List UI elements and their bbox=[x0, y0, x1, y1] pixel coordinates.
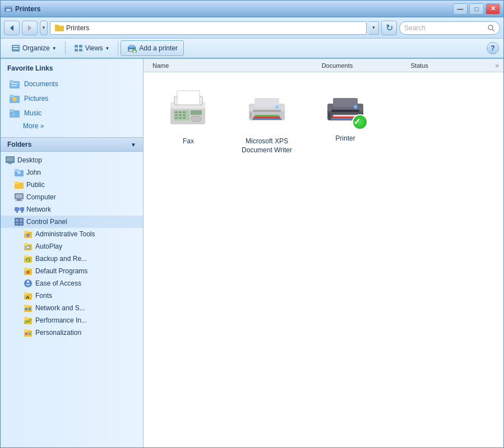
forward-button[interactable] bbox=[22, 21, 38, 35]
col-header-name[interactable]: Name bbox=[148, 62, 317, 69]
access-icon bbox=[23, 278, 33, 288]
col-header-status[interactable]: Status bbox=[406, 62, 495, 69]
dropdown-nav-button[interactable]: ▼ bbox=[40, 21, 48, 35]
add-printer-button[interactable]: Add a printer bbox=[121, 40, 184, 56]
tree-item-personalization[interactable]: Personalization bbox=[1, 326, 143, 339]
svg-rect-12 bbox=[75, 45, 78, 48]
svg-rect-6 bbox=[55, 25, 59, 27]
svg-rect-43 bbox=[15, 200, 23, 201]
svg-rect-25 bbox=[11, 85, 17, 86]
svg-rect-13 bbox=[79, 45, 82, 48]
main-window: Printers — □ ✕ ▼ Printers ▼ ↻ bbox=[0, 0, 504, 448]
svg-rect-10 bbox=[13, 46, 19, 47]
tree-item-autoplay[interactable]: AutoPlay bbox=[1, 240, 143, 253]
favorite-item-pictures[interactable]: Pictures bbox=[7, 91, 136, 106]
svg-rect-65 bbox=[24, 268, 28, 270]
svg-rect-48 bbox=[21, 211, 23, 213]
networksettings-label: Network and S... bbox=[35, 304, 85, 312]
tree-item-computer[interactable]: Computer bbox=[1, 191, 143, 203]
svg-rect-91 bbox=[175, 114, 178, 116]
docs-icon bbox=[10, 78, 21, 90]
tree-item-defaultprog[interactable]: Default Programs bbox=[1, 265, 143, 277]
refresh-button[interactable]: ↻ bbox=[381, 21, 397, 35]
svg-rect-23 bbox=[10, 80, 14, 83]
folders-header[interactable]: Folders ▼ bbox=[1, 137, 143, 152]
svg-point-80 bbox=[25, 333, 27, 335]
tree-item-networksettings[interactable]: Network and S... bbox=[1, 302, 143, 314]
svg-point-7 bbox=[488, 25, 493, 30]
column-headers: Name Documents Status » bbox=[144, 59, 503, 72]
organize-button[interactable]: Organize ▼ bbox=[5, 40, 63, 56]
svg-rect-94 bbox=[175, 117, 178, 119]
address-path[interactable]: Printers bbox=[50, 21, 367, 35]
xps-device[interactable]: Microsoft XPSDocument Writer bbox=[233, 83, 300, 159]
svg-rect-14 bbox=[75, 49, 78, 52]
main-area: Favorite Links Documents bbox=[1, 59, 503, 447]
svg-rect-103 bbox=[255, 115, 279, 116]
views-button[interactable]: Views ▼ bbox=[68, 40, 116, 56]
more-links[interactable]: More » bbox=[7, 120, 136, 132]
autoplay-icon bbox=[23, 241, 33, 251]
sidebar: Favorite Links Documents bbox=[1, 59, 144, 447]
music-label: Music bbox=[24, 109, 41, 117]
folders-tree[interactable]: Desktop John Public bbox=[1, 152, 143, 447]
tree-item-admin[interactable]: Administrative Tools bbox=[1, 228, 143, 240]
svg-rect-73 bbox=[24, 305, 28, 307]
favorite-item-music[interactable]: ♪ Music bbox=[7, 106, 136, 120]
tree-item-performance[interactable]: Performance In... bbox=[1, 314, 143, 326]
svg-text:♪: ♪ bbox=[12, 111, 15, 117]
organize-icon bbox=[11, 44, 20, 52]
desktop-label: Desktop bbox=[17, 156, 42, 164]
default-printer-badge: ✓ bbox=[352, 114, 368, 130]
access-label: Ease of Access bbox=[35, 279, 81, 287]
back-button[interactable] bbox=[4, 21, 20, 35]
back-arrow-icon bbox=[9, 25, 15, 31]
svg-rect-74 bbox=[25, 308, 27, 310]
favorite-links: Favorite Links Documents bbox=[1, 59, 143, 137]
tree-item-network[interactable]: Network bbox=[1, 203, 143, 216]
backup-icon bbox=[23, 254, 33, 264]
user-folder-icon bbox=[14, 167, 24, 178]
search-box[interactable]: Search bbox=[399, 21, 500, 35]
col-more[interactable]: » bbox=[495, 62, 499, 69]
tree-item-controlpanel[interactable]: Control Panel bbox=[1, 216, 143, 228]
svg-rect-97 bbox=[191, 116, 201, 122]
minimize-button[interactable]: — bbox=[453, 3, 468, 15]
svg-rect-41 bbox=[16, 194, 22, 198]
tree-item-backup[interactable]: Backup and Re... bbox=[1, 253, 143, 265]
fonts-label: Fonts bbox=[35, 292, 52, 300]
tree-item-desktop[interactable]: Desktop bbox=[1, 154, 143, 166]
close-button[interactable]: ✕ bbox=[485, 3, 500, 15]
svg-rect-39 bbox=[15, 181, 19, 184]
tree-item-access[interactable]: Ease of Access bbox=[1, 277, 143, 290]
svg-rect-27 bbox=[10, 95, 14, 97]
defaultprog-icon bbox=[23, 266, 33, 276]
col-header-documents[interactable]: Documents bbox=[317, 62, 406, 69]
music-folder-icon: ♪ bbox=[10, 108, 21, 118]
maximize-button[interactable]: □ bbox=[469, 3, 484, 15]
favorite-item-documents[interactable]: Documents bbox=[7, 77, 136, 91]
svg-rect-96 bbox=[183, 117, 186, 119]
xps-label: Microsoft XPSDocument Writer bbox=[242, 137, 292, 155]
window-icon bbox=[4, 4, 13, 13]
help-button[interactable]: ? bbox=[487, 42, 499, 54]
pictures-folder-icon bbox=[10, 94, 21, 104]
add-printer-label: Add a printer bbox=[139, 44, 178, 52]
fax-device[interactable]: Fax bbox=[155, 83, 222, 159]
address-dropdown[interactable]: ▼ bbox=[369, 21, 379, 35]
controlpanel-label: Control Panel bbox=[26, 218, 67, 226]
organize-dropdown-icon: ▼ bbox=[52, 46, 57, 51]
documents-folder-icon bbox=[10, 79, 21, 89]
svg-rect-115 bbox=[329, 113, 330, 118]
toolbar-separator-2 bbox=[118, 41, 118, 55]
network-label: Network bbox=[26, 206, 51, 213]
path-folder-icon bbox=[55, 24, 64, 32]
tree-item-public[interactable]: Public bbox=[1, 179, 143, 191]
tree-item-john[interactable]: John bbox=[1, 166, 143, 179]
printer-device[interactable]: ✓ Printer bbox=[312, 83, 379, 159]
svg-rect-62 bbox=[24, 255, 28, 258]
defaultprog-label: Default Programs bbox=[35, 267, 87, 275]
xps-svg bbox=[244, 88, 289, 130]
xps-image bbox=[244, 88, 289, 133]
tree-item-fonts[interactable]: A Fonts bbox=[1, 290, 143, 302]
